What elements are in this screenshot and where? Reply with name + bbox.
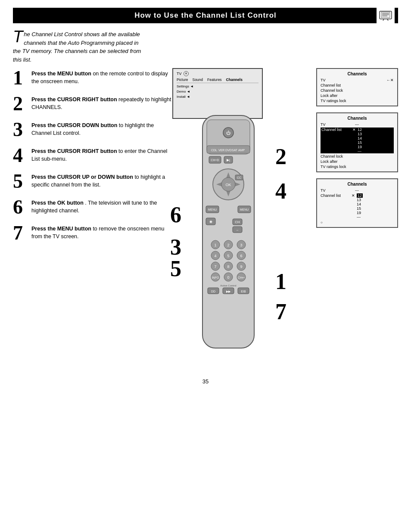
panel2-row-channellist: Channel list ✕ 12 13 14 15 19 --- <box>321 128 394 153</box>
step-7-number: 7 <box>13 223 28 243</box>
panel2-cl-label: Channel list <box>321 128 352 153</box>
svg-text:CC: CC <box>237 176 241 179</box>
svg-text:▶▶: ▶▶ <box>226 290 231 293</box>
panel3-row-tv: TV --- <box>321 188 394 193</box>
page-number: 35 <box>0 378 411 385</box>
step-1: 1 Press the MENU button on the remote co… <box>13 68 172 88</box>
remote-svg: ⏻ CDL VER DVD SAT AMP CH+D ▶| <box>194 111 263 352</box>
ch-14: 14 <box>358 136 362 140</box>
steps-column: 1 Press the MENU button on the remote co… <box>13 68 172 370</box>
panel2-row-tvratings: TV ratings lock <box>321 165 394 169</box>
panel2-title: Channels <box>321 116 394 121</box>
tv-label: TV <box>177 72 182 76</box>
panel1-row-channellist: Channel list <box>321 83 394 87</box>
svg-text:CDL: CDL <box>211 149 217 152</box>
step-6: 6 Press the OK button . The television w… <box>13 197 172 217</box>
svg-text:6: 6 <box>240 254 242 258</box>
p3-ch-14: 14 <box>357 202 363 206</box>
main-content: 1 Press the MENU button on the remote co… <box>13 68 398 370</box>
ch-13: 13 <box>358 132 362 136</box>
step-4: 4 Press the CURSOR RIGHT button to enter… <box>13 146 172 165</box>
page-wrapper: How to Use the Channel List Control T he… <box>0 8 411 385</box>
svg-text:0: 0 <box>227 275 229 280</box>
svg-text:–: – <box>237 228 239 232</box>
panel3-cl-cross: ✕ <box>352 193 355 219</box>
svg-text:CH: CH <box>235 220 240 224</box>
step-2-number: 2 <box>13 94 28 114</box>
panel1-row-tvratings: TV ratings lock <box>321 99 394 103</box>
svg-text:4: 4 <box>214 254 216 258</box>
panel3-channel-values: 12 13 14 15 19 --- <box>357 193 363 219</box>
p3-ch-13: 13 <box>357 198 363 202</box>
svg-text:CH↩: CH↩ <box>238 276 245 279</box>
svg-text:VER: VER <box>218 149 224 152</box>
svg-text:◉: ◉ <box>209 220 212 224</box>
p3-ch-dashes: --- <box>357 215 363 219</box>
overlay-num-6: 6 <box>170 204 181 226</box>
svg-text:1: 1 <box>214 243 216 247</box>
page-title: How to Use the Channel List Control <box>134 11 277 19</box>
step-1-text: Press the MENU button on the remote cont… <box>31 68 172 85</box>
svg-text:5: 5 <box>227 254 229 258</box>
step-3: 3 Press the CURSOR DOWN button to highli… <box>13 120 172 140</box>
step-5-text: Press the CURSOR UP or DOWN button to hi… <box>31 171 172 189</box>
panel2-cl-cross: ✕ <box>352 128 356 153</box>
panel2-row-channellock: Channel lock <box>321 154 394 159</box>
panel3-row-channellist: Channel list ✕ 12 13 14 15 19 --- <box>321 193 394 219</box>
panel1-row-channellock: Channel lock <box>321 88 394 93</box>
ch-12: 12 <box>358 128 362 132</box>
step-7-text: Press the MENU button to remove the onsc… <box>31 223 172 240</box>
svg-text:MENU: MENU <box>208 208 217 211</box>
step-7: 7 Press the MENU button to remove the on… <box>13 223 172 243</box>
step-5-bold: Press the CURSOR UP or DOWN button <box>31 174 133 180</box>
p3-ch-19: 19 <box>357 211 363 215</box>
svg-text:Active Control: Active Control <box>220 284 236 287</box>
step-6-text: Press the OK button . The television wil… <box>31 197 172 215</box>
panel3-title: Channels <box>321 182 394 187</box>
step-3-bold: Press the CURSOR DOWN button <box>31 122 117 128</box>
panel2-channel-values: 12 13 14 15 19 --- <box>358 128 362 153</box>
svg-text:AMP: AMP <box>238 149 245 152</box>
step-4-number: 4 <box>13 146 28 165</box>
svg-text:MENU: MENU <box>240 208 249 211</box>
panel2-tv-label: TV <box>321 122 355 127</box>
step-4-text: Press the CURSOR RIGHT button to enter t… <box>31 146 172 163</box>
page-num-text: 35 <box>202 378 209 385</box>
channel-panel-1: Channels TV ←✕ Channel list Channel lock… <box>316 68 398 106</box>
panel1-tv-arrow: ←✕ <box>386 78 394 82</box>
menu-items-area: Settings ◄ Demo ◄ Install ◄ <box>177 84 258 99</box>
drop-cap: T <box>13 30 23 43</box>
svg-text:8: 8 <box>227 264 229 269</box>
overlay-num-7: 7 <box>275 301 286 323</box>
step-7-bold: Press the MENU button <box>31 226 91 232</box>
panel1-tv-label: TV <box>321 78 326 82</box>
tv-label-row: TV ✕ <box>177 71 258 76</box>
header-icon <box>377 7 395 24</box>
menu-tabs: Picture Sound Features Channels <box>177 78 258 83</box>
svg-text:9: 9 <box>240 264 242 269</box>
svg-text:OK: OK <box>225 183 231 187</box>
step-2-text: Press the CURSOR RIGHT button repeatedly… <box>31 94 172 111</box>
ch-15: 15 <box>358 140 362 145</box>
step-6-number: 6 <box>13 197 28 217</box>
demo-item: Demo ◄ <box>177 90 193 93</box>
tab-sound: Sound <box>192 78 203 82</box>
svg-text:SAT: SAT <box>232 149 238 152</box>
step-1-number: 1 <box>13 68 28 88</box>
ch-dashes: --- <box>358 149 362 153</box>
panel3-selection-indicator: ○ <box>321 220 394 224</box>
panel2-row-lockafter: Lock after <box>321 159 394 164</box>
svg-text:▶|: ▶| <box>227 158 230 162</box>
right-panels: Channels TV ←✕ Channel list Channel lock… <box>316 68 398 228</box>
svg-text:EIB: EIB <box>241 290 246 293</box>
p3-ch-15: 15 <box>357 206 363 211</box>
panel1-row-tv: TV ←✕ <box>321 78 394 82</box>
intro-text: he Channel List Control shows all the av… <box>13 31 141 63</box>
panel3-cl-label: Channel list <box>321 193 352 219</box>
channel-panel-2: Channels TV --- Channel list ✕ 12 13 14 … <box>316 112 398 172</box>
p3-ch-12: 12 <box>357 193 363 198</box>
step-4-bold: Press the CURSOR RIGHT button <box>31 148 117 154</box>
panel1-title: Channels <box>321 72 394 76</box>
selection-circle: ○ <box>321 221 323 224</box>
tab-features: Features <box>207 78 222 82</box>
